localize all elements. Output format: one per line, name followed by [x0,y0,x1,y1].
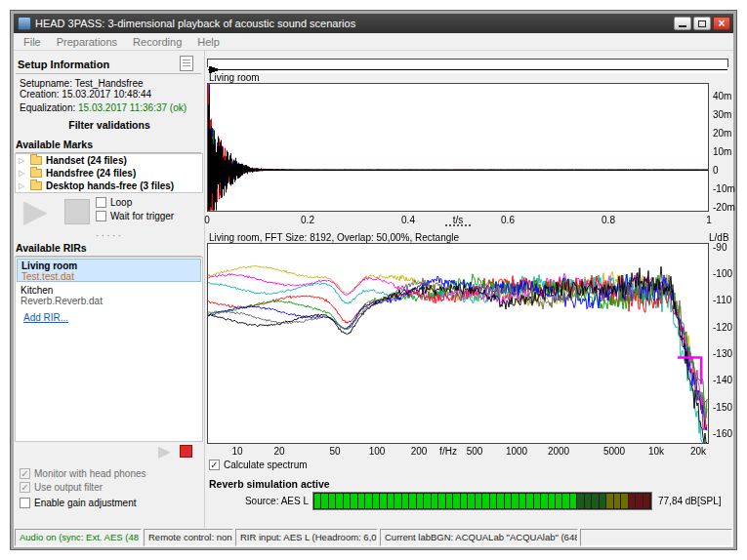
level-value-label: 77,84 dB[SPL] [658,496,722,506]
checkbox-box [20,498,30,508]
status-labbgn: Current labBGN: ACQUALab "ACQUAlab" (648… [380,529,578,546]
available-rirs-header: Available RIRs [16,242,87,254]
time-x-tick: 0.4 [394,215,423,225]
filter-validations-button[interactable]: Filter validations [14,119,205,131]
add-rir-link[interactable]: Add RIR... [23,312,68,323]
close-icon: × [718,18,725,29]
calculate-spectrum-checkbox[interactable]: Calculate spectrum [209,460,308,470]
spectrum-x-tick: 20 [265,446,294,457]
time-y-tick: 20m [713,128,731,139]
spectrum-y-tick: -140 [713,375,732,385]
spectrum-x-tick: 2000 [544,446,573,457]
meter-segment [336,494,342,508]
meter-segment [351,494,356,508]
spectrum-x-tick: 200 [404,446,434,457]
time-y-tick: -10m [713,183,735,194]
time-x-tick: 0 [192,215,222,225]
meter-segment [314,494,320,508]
axis-pan-indicator[interactable] [445,224,471,226]
meter-segment [424,494,430,508]
meter-segment [577,494,583,508]
meter-segment [606,494,612,508]
window-controls: × [674,17,730,30]
spectrum-y-tick: -130 [713,348,732,359]
minimize-button[interactable] [674,17,691,30]
rir-file-label: Test.test.dat [21,271,74,282]
spectrum-x-tick: 1000 [502,446,531,457]
status-rir-input: RIR input: AES L (Headroom: 6,02 dB) [235,529,378,546]
menu-file[interactable]: File [16,34,49,50]
expand-arrow-icon[interactable]: ▷ [19,156,26,165]
tree-item-desktop-handsfree[interactable]: ▷ Desktop hands-free (3 files) [16,180,202,192]
divider [16,73,201,74]
wait-for-trigger-checkbox[interactable]: Wait for trigger [96,211,174,221]
play-marks-button[interactable]: ▶ [23,195,48,226]
panel-splitter[interactable]: ····· [14,232,205,240]
rir-item-living-room[interactable]: Living room Test.test.dat [17,259,201,282]
spectrum-y-tick: -160 [713,428,732,439]
time-x-tick: 0.8 [594,215,623,225]
time-x-tick: 0.6 [493,215,522,225]
meter-segment [600,494,605,508]
time-y-tick: 40m [713,91,731,101]
close-button[interactable]: × [713,17,730,30]
tree-item-handsfree[interactable]: ▷ Handsfree (24 files) [16,167,202,180]
enable-gain-adjustment-checkbox[interactable]: Enable gain adjustment [20,498,137,508]
titlebar[interactable]: HEAD 3PASS: 3-dimensional playback of ac… [14,14,733,33]
time-y-tick: -20m [713,202,735,213]
meter-segment [512,494,518,508]
tree-item-handset[interactable]: ▷ Handset (24 files) [16,154,202,167]
time-y-tick: 10m [713,146,731,157]
folder-icon [30,169,42,178]
meter-segment [585,494,591,508]
meter-segment [476,494,481,508]
rir-list: Living room Test.test.dat Kitchen Reverb… [15,257,203,442]
meter-segment [461,494,467,508]
checkbox-box [20,468,30,479]
folder-icon [30,181,42,190]
meter-segment [358,494,364,508]
checkbox-box [96,197,106,208]
time-plot-title: Living room [209,72,260,83]
spectrum-x-tick: 100 [362,446,392,457]
menu-recording[interactable]: Recording [125,34,189,50]
meter-segment [541,494,547,508]
meter-segment [643,494,649,508]
stop-marks-button[interactable] [64,199,90,224]
expand-arrow-icon[interactable]: ▷ [19,169,26,178]
meter-segment [549,494,555,508]
stop-rir-button[interactable] [180,445,192,458]
meter-segment [534,494,540,508]
app-icon [18,17,31,30]
time-plot-canvas [208,84,708,211]
meter-segment [432,494,437,508]
meter-segment [394,494,400,508]
loop-checkbox[interactable]: Loop [96,197,132,208]
left-panel: Setup Information Setupname: Test_Handsf… [14,51,205,528]
monitor-headphones-checkbox[interactable]: Monitor with head phones [20,468,146,479]
checkbox-box [209,460,220,470]
time-y-tick: 30m [713,109,731,120]
meter-segment [438,494,444,508]
menu-preparations[interactable]: Preparations [49,34,125,50]
meter-segment [417,494,423,508]
app-window: HEAD 3PASS: 3-dimensional playback of ac… [10,10,737,550]
play-rir-button[interactable]: ▶ [158,444,170,460]
meter-segment [497,494,503,508]
time-y-tick: 0 [713,165,719,176]
available-marks-header: Available Marks [16,139,93,150]
edit-setup-icon[interactable] [180,56,193,71]
menu-help[interactable]: Help [189,34,228,50]
meter-segment [388,494,394,508]
meter-segment [321,494,327,508]
folder-icon [30,156,42,165]
expand-arrow-icon[interactable]: ▷ [19,181,26,190]
meter-segment [556,494,561,508]
time-plot[interactable] [207,83,709,212]
timeline-overview-strip[interactable] [207,59,728,67]
spectrum-plot[interactable] [207,243,709,444]
use-output-filter-checkbox[interactable]: Use output filter [20,482,103,493]
meter-segment [519,494,525,508]
meter-segment [636,494,642,508]
maximize-button[interactable] [693,17,711,30]
